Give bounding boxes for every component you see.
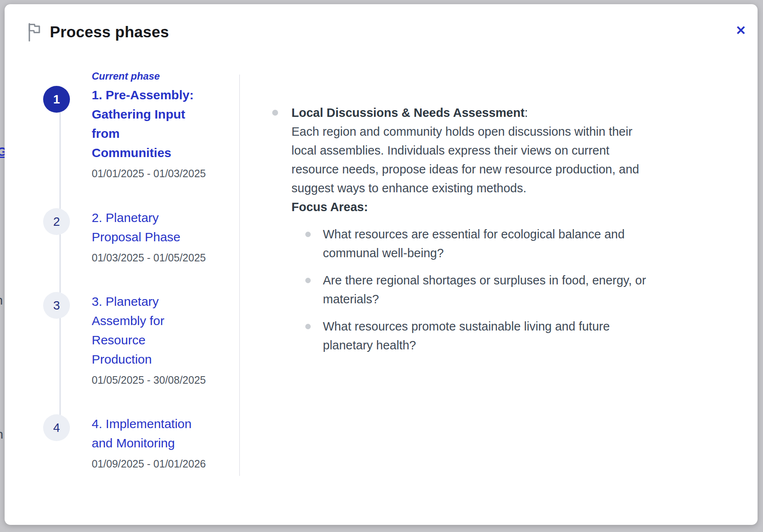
phase-link-3[interactable]: 3. Planetary Assembly for Resource Produ… xyxy=(92,292,199,369)
focus-area-text: Are there regional shortages or surpluse… xyxy=(323,271,651,309)
phase-item-4: 4 4. Implementation and Monitoring 01/09… xyxy=(43,414,219,470)
background-text-fragment: n xyxy=(0,427,3,442)
phase-dates-3: 01/05/2025 - 30/08/2025 xyxy=(92,374,199,386)
focus-area-item: What resources are essential for ecologi… xyxy=(305,225,651,263)
phase-link-1[interactable]: 1. Pre-Assembly: Gathering Input from Co… xyxy=(92,85,199,163)
phase-link-2[interactable]: 2. Planetary Proposal Phase xyxy=(92,208,199,247)
flag-icon xyxy=(26,23,42,42)
phase-item-3: 3 3. Planetary Assembly for Resource Pro… xyxy=(43,292,219,386)
description-item: Local Discussions & Needs Assessment: Ea… xyxy=(272,103,651,355)
phase-number-badge: 2 xyxy=(43,208,70,235)
phase-dates-4: 01/09/2025 - 01/01/2026 xyxy=(92,458,199,470)
focus-area-item: What resources promote sustainable livin… xyxy=(305,317,651,355)
process-phases-dialog: Process phases ✕ 1 Current phase 1. Pre-… xyxy=(5,4,758,525)
bullet-icon xyxy=(272,110,278,116)
description-heading-line: Local Discussions & Needs Assessment: xyxy=(291,103,651,122)
bullet-icon xyxy=(305,232,311,237)
phase-description: Local Discussions & Needs Assessment: Ea… xyxy=(272,103,651,355)
focus-area-item: Are there regional shortages or surpluse… xyxy=(305,271,651,309)
bullet-icon xyxy=(305,278,311,283)
description-heading: Local Discussions & Needs Assessment xyxy=(291,106,525,119)
phase-badge-column: 3 xyxy=(43,292,92,386)
phase-item-1: 1 Current phase 1. Pre-Assembly: Gatheri… xyxy=(43,70,219,180)
current-phase-label: Current phase xyxy=(92,70,199,82)
phase-dates-1: 01/01/2025 - 01/03/2025 xyxy=(92,168,199,180)
phase-number-badge: 3 xyxy=(43,292,70,319)
phase-number-badge: 1 xyxy=(43,86,70,113)
close-icon[interactable]: ✕ xyxy=(731,21,750,40)
bullet-icon xyxy=(305,324,311,329)
focus-area-text: What resources promote sustainable livin… xyxy=(323,317,651,355)
phase-badge-column: 2 xyxy=(43,208,92,264)
description-body: Each region and community holds open dis… xyxy=(291,122,651,198)
focus-areas-heading: Focus Areas: xyxy=(291,198,651,217)
focus-areas-list: What resources are essential for ecologi… xyxy=(291,225,651,355)
phase-number-badge: 4 xyxy=(43,414,70,441)
focus-area-text: What resources are essential for ecologi… xyxy=(323,225,651,263)
phase-link-4[interactable]: 4. Implementation and Monitoring xyxy=(92,414,199,453)
phase-badge-column: 4 xyxy=(43,414,92,470)
dialog-header: Process phases xyxy=(26,23,169,42)
column-divider xyxy=(239,75,240,476)
phase-item-2: 2 2. Planetary Proposal Phase 01/03/2025… xyxy=(43,208,219,264)
background-text-fragment: n xyxy=(0,293,3,307)
description-heading-colon: : xyxy=(525,106,528,119)
phase-badge-column: 1 xyxy=(43,70,92,180)
phase-dates-2: 01/03/2025 - 01/05/2025 xyxy=(92,252,199,264)
dialog-title: Process phases xyxy=(50,23,169,41)
